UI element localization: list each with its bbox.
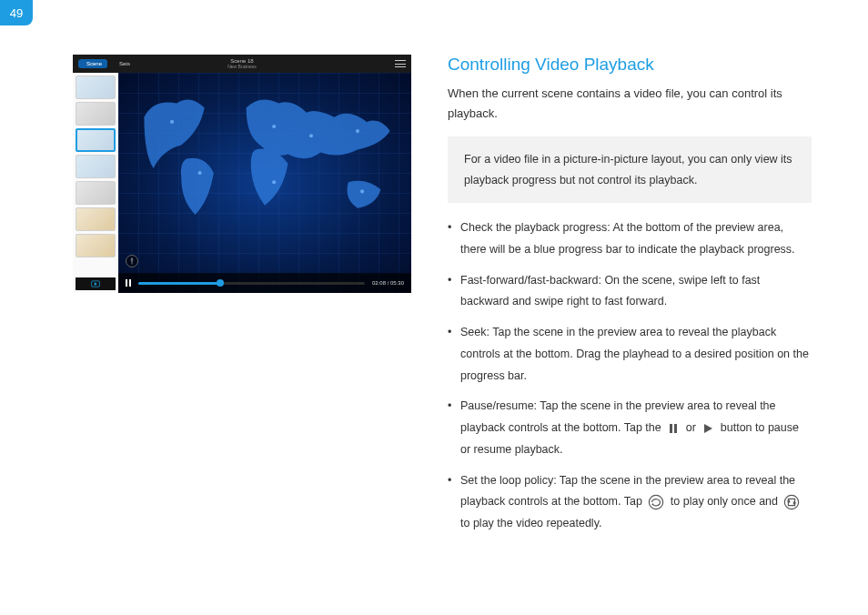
b5-mid: to play only once and [671,495,782,508]
page-number: 49 [10,6,23,20]
pause-button[interactable] [126,279,131,287]
page-number-tab: 49 [0,0,33,25]
video-preview[interactable]: 02:08 / 05:30 [118,73,411,293]
thumbs-footer[interactable] [76,277,116,290]
svg-point-8 [272,125,276,128]
loop-repeat-icon [783,494,800,510]
progress-bar[interactable] [138,282,365,285]
progress-fill [138,282,220,285]
play-icon [701,422,714,435]
svg-rect-13 [670,424,672,433]
header-tabs: Scene Sets [78,59,136,68]
tab-sets-label: Sets [119,61,130,66]
scene-thumbnails [73,73,118,293]
tab-sets[interactable]: Sets [111,59,136,68]
header-subtitle: New Business [227,65,257,70]
scene-thumb[interactable] [76,207,116,231]
screenshot-body: 02:08 / 05:30 [73,73,411,293]
bullet-pause-resume: Pause/resume: Tap the scene in the previ… [448,396,812,460]
time-display: 02:08 / 05:30 [372,280,404,286]
progress-knob[interactable] [217,279,224,287]
section-heading: Controlling Video Playback [448,55,812,75]
hamburger-icon[interactable] [395,60,406,67]
tab-scene[interactable]: Scene [78,59,107,68]
svg-point-9 [309,134,313,137]
svg-point-10 [356,129,359,133]
scene-thumb[interactable] [76,181,116,205]
scene-thumb[interactable] [76,234,116,257]
svg-rect-14 [674,424,677,433]
svg-point-7 [198,171,202,175]
b4-mid: or [686,421,700,434]
svg-point-11 [272,180,276,184]
doc-text: Controlling Video Playback When the curr… [448,55,812,544]
bullet-seek: Seek: Tap the scene in the preview area … [448,322,812,387]
b5-post: to play the video repeatedly. [460,517,601,529]
pin-button[interactable] [126,255,138,267]
bullet-progress: Check the playback progress: At the bott… [448,217,812,261]
loop-once-icon [648,494,664,510]
scene-thumb[interactable] [76,155,116,178]
play-rect-icon [91,280,100,287]
world-map-graphic [126,80,404,228]
app-screenshot: Scene Sets Scene 18 New Business [73,55,411,293]
bullet-list: Check the playback progress: At the bott… [448,217,812,535]
intro-text: When the current scene contains a video … [448,84,812,124]
svg-point-16 [785,495,799,509]
svg-point-6 [170,120,174,124]
svg-point-12 [360,189,364,193]
screenshot-header: Scene Sets Scene 18 New Business [73,55,411,73]
scene-thumb[interactable] [76,76,116,99]
page-content: Scene Sets Scene 18 New Business [0,0,868,544]
header-title-block: Scene 18 New Business [227,58,257,69]
tab-scene-label: Scene [86,61,102,66]
svg-point-15 [650,495,663,509]
bullet-loop: Set the loop policy: Tap the scene in th… [448,470,812,535]
bullet-fastforward: Fast-forward/fast-backward: On the scene… [448,270,812,314]
pause-icon [667,422,680,435]
scene-thumb[interactable] [76,102,116,126]
playback-controls: 02:08 / 05:30 [118,273,411,293]
scene-thumb-selected[interactable] [76,128,116,152]
note-box: For a video file in a picture-in-picture… [448,136,812,203]
